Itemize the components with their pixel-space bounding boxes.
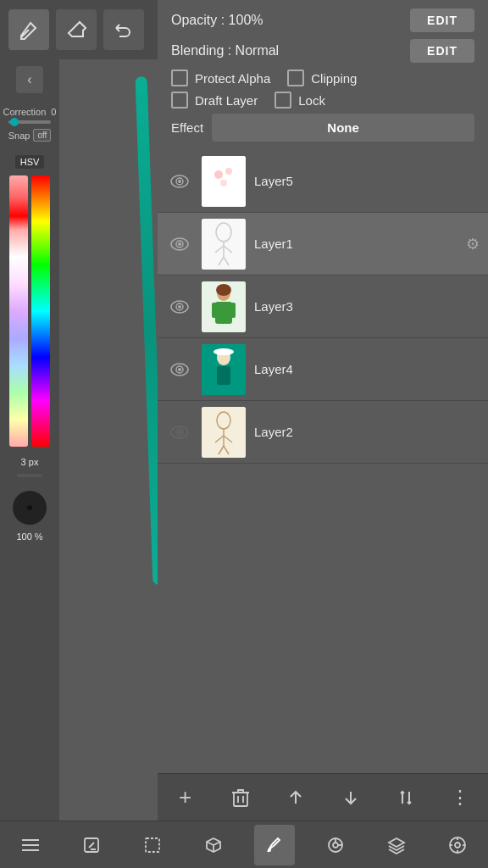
bottom-nav: [0, 821, 488, 868]
layer4-name: Layer4: [254, 362, 480, 376]
checkboxes-row1: Protect Alpha Clipping: [171, 70, 474, 86]
brush-preview: [13, 491, 47, 525]
svg-line-54: [214, 842, 220, 845]
add-layer-button[interactable]: +: [167, 779, 204, 816]
pencil-tool-button[interactable]: [8, 9, 49, 50]
layer-options: Opacity : 100% EDIT Blending : Normal ED…: [158, 0, 488, 150]
selection-nav-button[interactable]: [132, 825, 173, 865]
left-panel: ‹ Correction 0 Snap off HSV 3 px 100 %: [0, 59, 59, 821]
lock-box: [274, 92, 291, 108]
svg-point-32: [214, 348, 234, 355]
eraser-tool-button[interactable]: [56, 9, 97, 50]
correction-slider[interactable]: [8, 120, 51, 124]
size-indicator: [17, 474, 42, 477]
layer-row-layer1[interactable]: Layer1 ⚙: [158, 213, 488, 275]
layer-row-layer3[interactable]: Layer3: [158, 275, 488, 338]
transform-nav-button[interactable]: [193, 825, 234, 865]
svg-rect-24: [229, 303, 236, 318]
eye-icon-layer4[interactable]: [166, 356, 193, 383]
snap-label: Snap: [8, 131, 30, 141]
snap-off-indicator: off: [33, 129, 51, 142]
clipping-checkbox[interactable]: Clipping: [287, 70, 357, 86]
layer5-name: Layer5: [254, 174, 480, 188]
thumb-layer3: [202, 281, 246, 332]
svg-point-25: [216, 284, 231, 296]
draft-layer-box: [171, 92, 188, 108]
opacity-edit-button[interactable]: EDIT: [410, 8, 474, 32]
more-options-button[interactable]: ⋮: [442, 779, 480, 816]
draft-layer-label: Draft Layer: [195, 93, 258, 108]
menu-nav-button[interactable]: [10, 825, 51, 865]
hue-strip[interactable]: [31, 175, 50, 447]
svg-point-36: [178, 431, 181, 434]
blending-edit-button[interactable]: EDIT: [410, 39, 474, 63]
correction-value: 0: [51, 107, 56, 117]
eye-icon-layer3[interactable]: [166, 293, 193, 320]
eye-icon-layer5[interactable]: [166, 168, 193, 195]
svg-point-9: [178, 242, 181, 246]
collapse-button[interactable]: ‹: [16, 66, 43, 93]
svg-point-6: [220, 180, 227, 186]
svg-point-61: [455, 843, 460, 848]
layer-row-layer4[interactable]: Layer4: [158, 338, 488, 401]
layer-row-layer5[interactable]: Layer5: [158, 150, 488, 213]
gear-icon-layer1[interactable]: ⚙: [466, 235, 480, 253]
svg-point-2: [178, 180, 181, 183]
move-layer-up-button[interactable]: [277, 779, 314, 816]
protect-alpha-label: Protect Alpha: [195, 71, 270, 86]
svg-point-28: [178, 368, 181, 371]
thumb-layer1: [202, 219, 246, 270]
opacity-label: Opacity : 100%: [171, 13, 263, 28]
eye-icon-layer1[interactable]: [166, 231, 193, 258]
svg-point-4: [214, 170, 223, 179]
protect-alpha-box: [171, 70, 188, 86]
effect-label: Effect: [171, 120, 203, 135]
layer-toolbar: + ⋮: [158, 773, 488, 821]
color-strips[interactable]: [9, 175, 50, 447]
svg-rect-51: [146, 838, 159, 852]
layer-row-layer2[interactable]: Layer2: [158, 401, 488, 464]
undo-button[interactable]: [103, 9, 144, 50]
delete-layer-button[interactable]: [222, 779, 259, 816]
svg-point-19: [178, 305, 181, 309]
effect-button[interactable]: None: [212, 114, 474, 142]
hsv-label: HSV: [15, 155, 45, 169]
layer3-name: Layer3: [254, 299, 480, 314]
layer-list: Layer5: [158, 150, 488, 773]
svg-point-56: [268, 849, 271, 852]
lock-checkbox[interactable]: Lock: [274, 92, 325, 108]
correction-row: Correction 0: [3, 107, 57, 117]
blending-label: Blending : Normal: [171, 43, 279, 58]
brush-nav-button[interactable]: [254, 825, 295, 865]
layer-panel: Opacity : 100% EDIT Blending : Normal ED…: [158, 0, 488, 821]
correction-label: Correction: [3, 107, 47, 117]
layer1-name: Layer1: [254, 236, 466, 251]
opacity-label: 100 %: [16, 531, 42, 542]
clipping-label: Clipping: [311, 71, 357, 86]
lock-label: Lock: [298, 93, 325, 108]
svg-rect-33: [217, 366, 230, 385]
blending-row: Blending : Normal EDIT: [171, 39, 474, 63]
draft-layer-checkbox[interactable]: Draft Layer: [171, 92, 258, 108]
eye-icon-layer2[interactable]: [166, 419, 193, 446]
svg-point-5: [225, 168, 232, 175]
thumb-layer5: [202, 156, 246, 207]
thumb-layer2: [202, 407, 246, 458]
svg-rect-23: [212, 303, 219, 318]
effect-row: Effect None: [171, 114, 474, 142]
layers-nav-button[interactable]: [376, 825, 417, 865]
checkboxes-row2: Draft Layer Lock: [171, 92, 474, 108]
brush-size-label: 3 px: [21, 457, 39, 467]
protect-alpha-checkbox[interactable]: Protect Alpha: [171, 70, 270, 86]
thumb-layer4: [202, 344, 246, 395]
opacity-row: Opacity : 100% EDIT: [171, 8, 474, 32]
svg-line-53: [207, 842, 214, 845]
move-layer-down-button[interactable]: [332, 779, 369, 816]
svg-rect-44: [234, 793, 247, 806]
clipping-box: [287, 70, 304, 86]
swap-layers-button[interactable]: [387, 779, 424, 816]
palette-nav-button[interactable]: [315, 825, 356, 865]
saturation-strip[interactable]: [9, 175, 28, 447]
settings-nav-button[interactable]: [437, 825, 478, 865]
edit-nav-button[interactable]: [71, 825, 112, 865]
